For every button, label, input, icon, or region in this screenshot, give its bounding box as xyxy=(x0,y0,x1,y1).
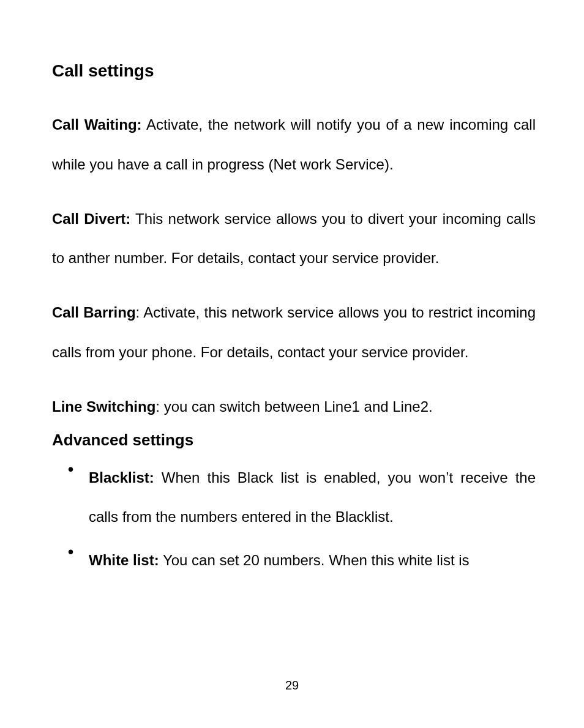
advanced-settings-list: Blacklist: When this Black list is enabl… xyxy=(52,458,536,581)
label-blacklist: Blacklist: xyxy=(89,469,154,486)
list-item-whitelist: White list: You can set 20 numbers. When… xyxy=(89,541,536,581)
label-whitelist: White list: xyxy=(89,552,159,568)
page-content: Call settings Call Waiting: Activate, th… xyxy=(52,61,536,584)
paragraph-call-barring: Call Barring: Activate, this network ser… xyxy=(52,293,536,373)
paragraph-line-switching: Line Switching: you can switch between L… xyxy=(52,387,536,427)
text-whitelist: You can set 20 numbers. When this white … xyxy=(159,552,470,568)
list-item-blacklist: Blacklist: When this Black list is enabl… xyxy=(89,458,536,538)
section-heading-call-settings: Call settings xyxy=(52,61,536,81)
paragraph-call-waiting: Call Waiting: Activate, the network will… xyxy=(52,105,536,185)
subheading-advanced-settings: Advanced settings xyxy=(52,431,536,450)
paragraph-call-divert: Call Divert: This network service allows… xyxy=(52,199,536,279)
label-call-waiting: Call Waiting: xyxy=(52,116,142,133)
label-call-barring: Call Barring xyxy=(52,304,136,321)
text-blacklist: When this Black list is enabled, you won… xyxy=(89,469,536,526)
label-line-switching: Line Switching xyxy=(52,398,155,415)
page-number: 29 xyxy=(0,678,584,693)
text-line-switching: : you can switch between Line1 and Line2… xyxy=(155,398,432,415)
label-call-divert: Call Divert: xyxy=(52,210,130,227)
